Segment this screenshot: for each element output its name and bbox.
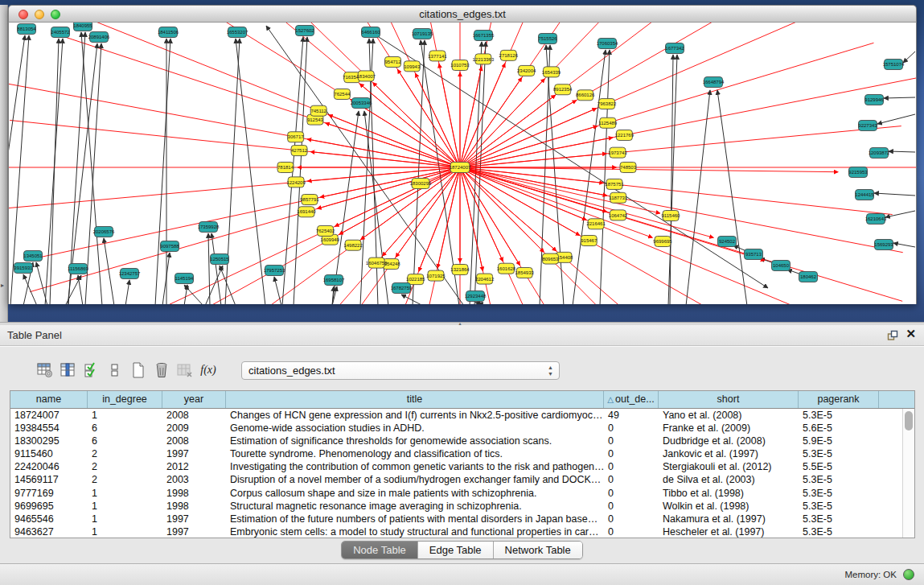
table-row[interactable]: 969969511998Structural magnetic resonanc… bbox=[10, 500, 902, 513]
show-column-icon[interactable] bbox=[59, 360, 78, 380]
table-cell: 6 bbox=[88, 435, 162, 447]
network-edge bbox=[460, 167, 520, 266]
network-edge bbox=[600, 50, 610, 304]
network-node-label: 1221769 bbox=[615, 133, 634, 138]
network-node-label: 20206576 bbox=[93, 229, 115, 234]
table-row[interactable]: 1872400712008Changes of HCN gene express… bbox=[10, 409, 902, 422]
table-row[interactable]: 946362711997Embryonic stem cells: a mode… bbox=[10, 525, 902, 538]
network-node-label: 9129946 bbox=[864, 97, 884, 102]
column-header-pagerank[interactable]: pagerank bbox=[799, 391, 879, 408]
tab-edge-table[interactable]: Edge Table bbox=[418, 542, 494, 558]
network-edge bbox=[460, 138, 613, 167]
float-panel-icon[interactable] bbox=[887, 330, 898, 341]
table-scrollbar-thumb[interactable] bbox=[905, 411, 913, 431]
network-edge bbox=[460, 23, 811, 167]
table-cell: 0 bbox=[604, 422, 659, 435]
change-table-mode-icon[interactable] bbox=[35, 360, 55, 380]
table-cell: 5.3E-5 bbox=[799, 487, 879, 500]
network-node-label: 16958107 bbox=[323, 278, 345, 282]
table-selector-dropdown[interactable]: citations_edges.txt ▲▼ bbox=[241, 361, 560, 380]
table-row[interactable]: 2242004622012Investigating the contribut… bbox=[10, 460, 902, 473]
table-cell: 5.6E-5 bbox=[799, 422, 879, 435]
table-cell: 1 bbox=[88, 409, 162, 422]
network-node-label: 9857791 bbox=[300, 197, 319, 202]
left-panel-grip[interactable]: ▸ bbox=[0, 5, 8, 322]
network-node-label: 11156869 bbox=[68, 266, 88, 271]
table-row[interactable]: 911546021997Tourette syndrome. Phenomeno… bbox=[10, 447, 902, 460]
table-cell: Wolkin et al. (1998) bbox=[659, 500, 799, 513]
network-node-label: 1125489 bbox=[598, 121, 618, 126]
table-cell: 0 bbox=[604, 525, 659, 538]
network-desktop: ▸ citations_edges.txt 101075312213363271… bbox=[0, 0, 924, 322]
delete-columns-icon[interactable] bbox=[152, 360, 171, 380]
network-node-label: 16210643 bbox=[865, 216, 887, 221]
network-canvas[interactable]: 1010753122133632718126234200416543398912… bbox=[8, 23, 917, 304]
select-all-icon[interactable] bbox=[82, 360, 101, 380]
memory-status-label: Memory: OK bbox=[844, 570, 897, 579]
network-edge bbox=[884, 97, 915, 98]
close-window-icon[interactable] bbox=[18, 10, 28, 19]
table-cell: 1 bbox=[88, 525, 162, 538]
network-node-label: 745112 bbox=[310, 109, 326, 113]
network-node-label: 8660126 bbox=[576, 93, 595, 97]
create-new-column-icon[interactable] bbox=[129, 360, 148, 380]
minimize-window-icon[interactable] bbox=[35, 10, 44, 19]
network-node-label: 1187731 bbox=[609, 196, 628, 200]
table-row[interactable]: 1938455462009Genome-wide association stu… bbox=[10, 422, 902, 435]
column-header-short[interactable]: short bbox=[659, 391, 799, 408]
network-node-label: 1224209 bbox=[286, 180, 306, 185]
network-node-label: 2405572 bbox=[51, 30, 70, 35]
table-panel-header: Table Panel ✕ bbox=[0, 325, 924, 346]
network-node-label: 12213363 bbox=[473, 57, 495, 62]
panel-collapse-arrow-icon[interactable]: ▸ bbox=[1, 282, 4, 289]
unselect-all-icon[interactable] bbox=[105, 360, 125, 380]
table-row[interactable]: 1830029562008Estimation of significance … bbox=[10, 435, 902, 447]
network-edge bbox=[903, 51, 915, 63]
network-node-label: 1377141 bbox=[428, 54, 447, 59]
network-edge bbox=[158, 23, 460, 167]
column-header-title[interactable]: title bbox=[226, 391, 604, 408]
table-row[interactable]: 946554611997Estimation of the future num… bbox=[10, 513, 902, 525]
zoom-window-icon[interactable] bbox=[51, 10, 60, 19]
network-node-label: 8912354 bbox=[553, 87, 573, 92]
table-cell: 1997 bbox=[162, 525, 226, 538]
network-node-label: 2204612 bbox=[475, 277, 495, 282]
table-row[interactable]: 1456911722003Disruption of a novel membe… bbox=[10, 473, 902, 486]
network-node-label: 9097588 bbox=[160, 244, 179, 249]
table-cell: Embryonic stem cells: a model to study s… bbox=[226, 525, 604, 538]
network-window-title: citations_edges.txt bbox=[9, 6, 916, 23]
table-cell: 49 bbox=[604, 409, 659, 422]
tab-node-table[interactable]: Node Table bbox=[342, 542, 418, 558]
network-edge bbox=[125, 280, 129, 304]
network-node-label: 781814 bbox=[277, 165, 294, 170]
network-node-label: 18300295 bbox=[410, 181, 432, 186]
column-header-out_de[interactable]: △out_de... bbox=[604, 391, 659, 408]
column-header-name[interactable]: name bbox=[10, 391, 88, 408]
network-window-titlebar[interactable]: citations_edges.txt bbox=[8, 5, 917, 23]
table-cell: Changes of HCN gene expression and I(f) … bbox=[226, 409, 604, 422]
table-cell: Genome-wide association studies in ADHD. bbox=[226, 422, 604, 435]
network-edge bbox=[460, 95, 556, 167]
delete-table-icon[interactable] bbox=[175, 360, 195, 380]
column-header-in_degree[interactable]: in_degree bbox=[88, 391, 162, 408]
close-panel-icon[interactable]: ✕ bbox=[906, 327, 916, 341]
table-cell: 0 bbox=[604, 473, 659, 486]
column-header-year[interactable]: year bbox=[162, 391, 226, 408]
table-scrollbar[interactable] bbox=[902, 409, 914, 538]
table-cell: 1 bbox=[88, 500, 162, 513]
tab-network-table[interactable]: Network Table bbox=[494, 542, 582, 558]
table-tab-bar: Node TableEdge TableNetwork Table bbox=[0, 541, 924, 559]
table-row[interactable]: 977716911998Corpus callosum shape and si… bbox=[10, 487, 902, 500]
network-window[interactable]: citations_edges.txt 10107531221336327181… bbox=[8, 5, 917, 304]
table-cell: 1997 bbox=[162, 513, 226, 525]
function-builder-icon[interactable]: f(x) bbox=[199, 360, 218, 380]
network-node-label: 935713 bbox=[745, 252, 762, 257]
network-node-label: 17957253 bbox=[264, 268, 285, 273]
network-node-label: 20891406 bbox=[88, 35, 110, 39]
network-edge bbox=[379, 37, 768, 288]
table-cell: 2008 bbox=[162, 409, 226, 422]
dropdown-arrows-icon: ▲▼ bbox=[548, 365, 553, 377]
network-node-label: 1145194 bbox=[175, 276, 195, 281]
network-edge bbox=[460, 64, 505, 167]
table-cell: 2012 bbox=[162, 460, 226, 473]
